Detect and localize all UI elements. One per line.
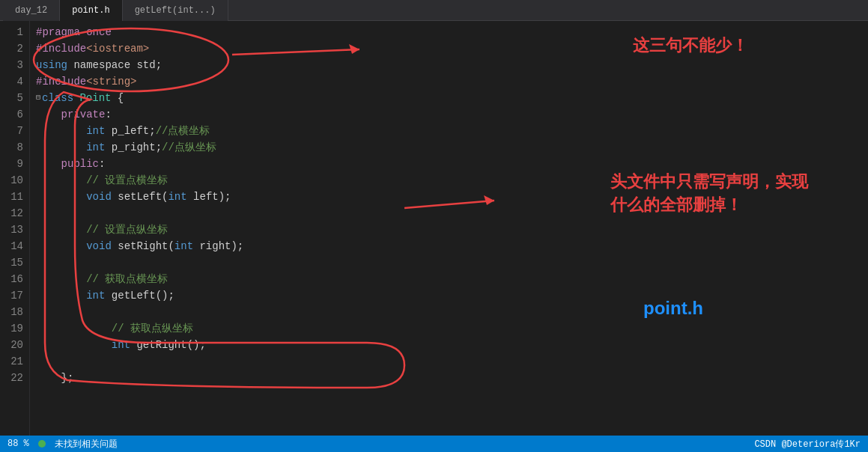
- code-line: // 设置点纵坐标: [36, 222, 868, 238]
- code-token: getRight();: [130, 337, 206, 353]
- status-indicator: [38, 440, 46, 448]
- tab-label: getLeft(int...): [135, 5, 216, 16]
- line-number: 10: [6, 172, 23, 189]
- code-line: };: [36, 370, 868, 386]
- line-number: 8: [6, 139, 23, 156]
- code-content[interactable]: #pragma once#include<iostream>using name…: [30, 21, 868, 436]
- line-number: 17: [6, 287, 23, 304]
- code-token: [36, 271, 86, 287]
- code-token: [36, 172, 86, 189]
- collapse-icon[interactable]: ⊟: [36, 90, 40, 106]
- tab-bar: day_12 point.h getLeft(int...): [0, 0, 868, 21]
- line-number: 13: [6, 222, 23, 238]
- code-line: // 获取点纵坐标: [36, 320, 868, 337]
- code-token: using: [36, 57, 67, 73]
- status-bar: 88 % 未找到相关问题 CSDN @Deteriora传1Kr: [0, 436, 868, 452]
- code-token: left);: [187, 189, 231, 205]
- code-token: void: [86, 189, 112, 205]
- tab-label: point.h: [72, 5, 109, 16]
- code-line: ⊟class Point {: [36, 90, 868, 106]
- code-token: #include: [36, 73, 86, 90]
- status-right-text: CSDN @Deteriora传1Kr: [754, 438, 861, 451]
- code-token: //点横坐标: [156, 123, 210, 139]
- code-line: #pragma once: [36, 24, 868, 40]
- code-token: // 获取点纵坐标: [112, 320, 193, 337]
- code-line: [36, 353, 868, 370]
- code-token: void: [86, 238, 112, 254]
- status-message: 未找到相关问题: [55, 438, 118, 451]
- tab-day12[interactable]: day_12: [3, 0, 60, 21]
- line-number: 1: [6, 24, 23, 40]
- code-token: [36, 189, 86, 205]
- code-line: private:: [36, 106, 868, 123]
- code-token: [36, 238, 86, 254]
- tab-getleft[interactable]: getLeft(int...): [123, 0, 228, 21]
- code-token: right);: [193, 238, 243, 254]
- code-line: void setLeft(int left);: [36, 189, 868, 205]
- code-token: setLeft(: [112, 189, 169, 205]
- code-token: int: [36, 139, 105, 156]
- line-number: 18: [6, 304, 23, 320]
- code-token: [36, 337, 112, 353]
- line-number: 19: [6, 320, 23, 337]
- code-line: void setRight(int right);: [36, 238, 868, 254]
- code-line: using namespace std;: [36, 57, 868, 73]
- code-token: #include: [36, 40, 86, 57]
- code-line: int getLeft();: [36, 287, 868, 304]
- code-token: :: [105, 106, 111, 123]
- code-token: [36, 287, 86, 304]
- line-number: 2: [6, 40, 23, 57]
- code-token: int: [168, 189, 186, 205]
- line-number: 16: [6, 271, 23, 287]
- code-token: <iostream>: [86, 40, 149, 57]
- code-token: [36, 222, 86, 238]
- code-line: // 获取点横坐标: [36, 271, 868, 287]
- code-line: int p_left;//点横坐标: [36, 123, 868, 139]
- line-numbers: 12345678910111213141516171819202122: [0, 21, 30, 436]
- code-token: namespace: [67, 57, 136, 73]
- code-line: int p_right;//点纵坐标: [36, 139, 868, 156]
- code-line: [36, 304, 868, 320]
- code-line: [36, 205, 868, 222]
- code-token: ;: [156, 57, 162, 73]
- code-token: p_right;: [105, 139, 162, 156]
- status-left: 88 % 未找到相关问题: [7, 438, 118, 451]
- code-token: // 设置点横坐标: [86, 172, 168, 189]
- line-number: 15: [6, 254, 23, 271]
- code-token: int: [86, 287, 105, 304]
- line-number: 20: [6, 337, 23, 353]
- line-number: 22: [6, 370, 23, 386]
- code-token: :: [99, 156, 105, 172]
- line-number: 4: [6, 73, 23, 90]
- code-area: 12345678910111213141516171819202122 #pra…: [0, 21, 868, 436]
- code-token: p_left;: [105, 123, 155, 139]
- code-token: std: [136, 57, 155, 73]
- tab-pointh[interactable]: point.h: [60, 0, 122, 21]
- line-number: 11: [6, 189, 23, 205]
- code-token: [36, 320, 112, 337]
- tab-label: day_12: [15, 5, 47, 16]
- code-token: int: [112, 337, 130, 353]
- editor-container: day_12 point.h getLeft(int...) 123456789…: [0, 0, 868, 452]
- zoom-level: 88 %: [7, 439, 29, 449]
- code-token: int: [174, 238, 193, 254]
- code-token: class: [42, 90, 73, 106]
- code-token: Point: [73, 90, 118, 106]
- code-line: public:: [36, 156, 868, 172]
- line-number: 12: [6, 205, 23, 222]
- code-line: #include<iostream>: [36, 40, 868, 57]
- line-number: 9: [6, 156, 23, 172]
- code-line: [36, 254, 868, 271]
- status-right: CSDN @Deteriora传1Kr: [754, 438, 861, 451]
- line-number: 21: [6, 353, 23, 370]
- code-token: private: [36, 106, 105, 123]
- code-token: getLeft();: [105, 287, 174, 304]
- line-number: 7: [6, 123, 23, 139]
- code-token: // 获取点横坐标: [86, 271, 168, 287]
- code-token: int: [36, 123, 105, 139]
- code-token: public: [36, 156, 99, 172]
- code-token: setRight(: [112, 238, 174, 254]
- code-token: //点纵坐标: [162, 139, 216, 156]
- code-line: // 设置点横坐标: [36, 172, 868, 189]
- line-number: 14: [6, 238, 23, 254]
